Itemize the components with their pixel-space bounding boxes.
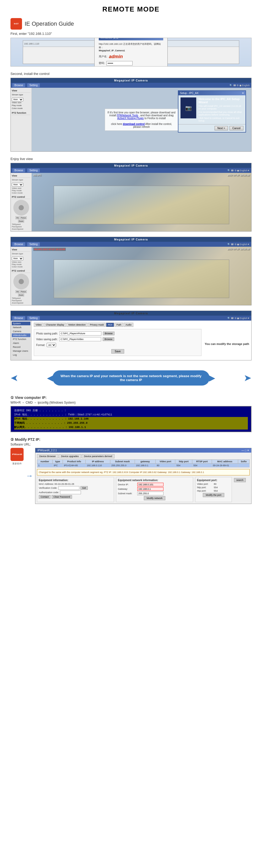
video-port-value: 80 <box>214 483 216 485</box>
browse-btn[interactable]: Browse <box>12 83 25 87</box>
modify-port-btn[interactable]: Modify the port <box>203 493 224 497</box>
search-btn[interactable]: search <box>234 478 246 482</box>
verify-code-row: Verification Code: Get <box>39 486 112 490</box>
photo-path-row: Photo saving path: Browse <box>36 331 199 336</box>
ptz-control-lv1: PTZ control <box>12 195 30 199</box>
setting-btn-lv1[interactable]: Setting <box>27 168 39 172</box>
stream-select[interactable]: Main stream <box>12 98 23 101</box>
camera-menu-item[interactable]: Camera <box>12 330 30 333</box>
photo-browse-btn[interactable]: Browse <box>103 332 115 335</box>
log-menu-item[interactable]: Log <box>12 353 30 357</box>
password-input[interactable] <box>106 61 133 65</box>
ptz-focus-btn-lv2[interactable]: Focus <box>20 290 27 293</box>
get-btn[interactable]: Get <box>81 486 88 490</box>
save-btn[interactable]: Save <box>111 349 124 353</box>
ptz-zoom-btn[interactable]: Zoom <box>18 220 24 223</box>
manage-users-menu-item[interactable]: Manage Users <box>12 349 30 353</box>
wizard-heading: Welcome to the IPC_AX Setup Wizard <box>198 97 243 104</box>
device-params-tab[interactable]: Device parameters derived <box>82 454 115 458</box>
clear-pwd-btn[interactable]: Clear Password <box>52 495 72 499</box>
sub-tabs-row: Video Character display Motion detection… <box>34 323 249 327</box>
ptz-iris-btn-lv2[interactable]: Iris <box>16 290 19 293</box>
photo-path-label: Photo saving path: <box>36 332 58 335</box>
wizard-cancel-btn[interactable]: Cancel <box>230 126 243 130</box>
ptz-focus-btn[interactable]: Focus <box>20 216 27 219</box>
browse-btn-settings[interactable]: Browse <box>12 316 25 320</box>
circle-num-2: ② <box>10 437 14 442</box>
char-display-tab[interactable]: Character display <box>44 323 66 327</box>
fpnetwork-link[interactable]: FPANetwork Tools <box>117 114 138 117</box>
stream-select-lv1[interactable]: Main stream <box>12 183 23 186</box>
ie-browser-window: 192.168.1.110 Windows 安全 http://192.168.… <box>23 40 239 64</box>
video-feed-lv1: HD-IPC 2017-07-27 18:10:38 <box>32 173 251 231</box>
setup-wizard-dialog: Setup - IPC_AX ✕ 📷 Welcome to the IPC_AX… <box>178 90 246 132</box>
path-tab[interactable]: Path <box>115 323 123 327</box>
record-menu-item[interactable]: Record <box>12 345 30 349</box>
audio-tab[interactable]: Audio <box>124 323 133 327</box>
network-menu-item[interactable]: Network <box>12 326 30 329</box>
privacy-mask-tab[interactable]: Privacy mask <box>88 323 106 327</box>
video-path-input[interactable] <box>59 337 101 341</box>
port-info-panel: Equipment port: Video port: 80 http port… <box>195 477 232 502</box>
ipwizard-tabs: Device Browser Device upgrades Device pa… <box>37 454 250 458</box>
subnet-input[interactable] <box>137 492 164 495</box>
ipwizard-window-controls[interactable]: — □ ✕ <box>241 449 249 452</box>
stream-select-lv2[interactable]: Main stream <box>12 257 23 260</box>
path-form: Photo saving path: Browse Video saving p… <box>34 329 202 358</box>
ptz-function-menu-item[interactable]: PTZ function <box>12 337 30 341</box>
device-ip-input[interactable] <box>137 483 164 486</box>
download-control-link[interactable]: download control <box>123 123 145 125</box>
wizard-body2: It is recommended that you close all oth… <box>198 111 243 116</box>
camera-main-lv2: View Stream type Main stream Video size … <box>11 247 251 305</box>
wizard-close[interactable]: ✕ <box>242 92 244 95</box>
ptz-control-lv2: PTZ control <box>12 269 30 273</box>
contact-btn[interactable]: Contact <box>39 495 51 499</box>
photo-path-input[interactable] <box>59 331 101 336</box>
auth-code-input[interactable] <box>60 491 81 494</box>
browse-btn-lv2[interactable]: Browse <box>12 242 25 246</box>
setting-btn[interactable]: Setting <box>27 83 39 87</box>
video-size-lv1: Video size <box>12 187 30 189</box>
http-port-label: http port: <box>197 486 213 489</box>
setting-btn-lv2[interactable]: Setting <box>27 242 39 246</box>
stream-label-lv2: Stream type <box>12 252 30 255</box>
tiltspeed-lv2: TiltSpeed <box>12 297 30 299</box>
cell-product: IPS-E24H-85 <box>63 464 85 467</box>
gateway-input[interactable] <box>137 487 164 491</box>
col-gateway: gateway <box>135 460 156 464</box>
col-ip: IP address <box>86 460 110 464</box>
motion-detection-tab[interactable]: Motion detection <box>66 323 88 327</box>
view-ip-title: ① View computer IP: <box>10 396 252 400</box>
video-size-lv2: Video size <box>12 261 30 263</box>
ptz-iris-btn[interactable]: Iris <box>16 216 19 219</box>
equipment-panels: Equipment information: MAC Address: 00-2… <box>37 477 250 502</box>
auth-code-label: Authorization code: <box>39 491 59 494</box>
browse-btn-lv1[interactable]: Browse <box>12 168 25 172</box>
install-notice-text2: , and then download and drag <box>139 114 173 117</box>
wizard-next-btn[interactable]: Next > <box>214 126 228 130</box>
device-browser-tab[interactable]: Device Browser <box>37 454 58 458</box>
video-tab[interactable]: Video <box>34 323 43 327</box>
video-audio-menu-item[interactable]: Video&Audio <box>12 334 30 337</box>
video-port-row: Video port: 80 <box>197 483 230 485</box>
system-menu-item[interactable]: System <box>12 322 30 325</box>
setting-btn-settings[interactable]: Setting <box>27 316 39 320</box>
verify-code-input[interactable] <box>58 486 79 490</box>
guide-title: IE Operation Guide <box>25 21 74 27</box>
table-row[interactable]: 1 IPC IPS-E24H-85 192.168.0.110 255.255.… <box>37 464 250 467</box>
zoomspeed-lv2: ZoomSpeed <box>12 302 30 304</box>
format-select[interactable]: avi <box>47 343 56 347</box>
video-browse-btn[interactable]: Browse <box>103 337 114 341</box>
video-path-row: Video saving path: Browse <box>36 337 199 341</box>
alarm-menu-item[interactable]: Alarm <box>12 341 30 345</box>
step3-section: Enjoy live view Megapixel IP Camera Brow… <box>10 157 252 231</box>
modify-network-btn[interactable]: Modify network <box>144 496 166 500</box>
arrow-right-icon: ➤ <box>244 372 252 383</box>
roi-tab[interactable]: ROI <box>106 323 114 327</box>
activex-link[interactable]: ActiveX Hosting Plugin <box>117 117 144 120</box>
camera-toolbar-lv1: Browse Setting 🔍 ☎ ⚙ ◼ English▼ <box>11 168 251 173</box>
wizard-content: 📷 Welcome to the IPC_AX Setup Wizard Thi… <box>178 95 245 124</box>
ptz-zoom-btn-lv2[interactable]: Zoom <box>18 293 24 297</box>
can-modify-text-area: You can modify the storage path <box>205 341 249 346</box>
device-upgrades-tab[interactable]: Device upgrades <box>59 454 81 458</box>
